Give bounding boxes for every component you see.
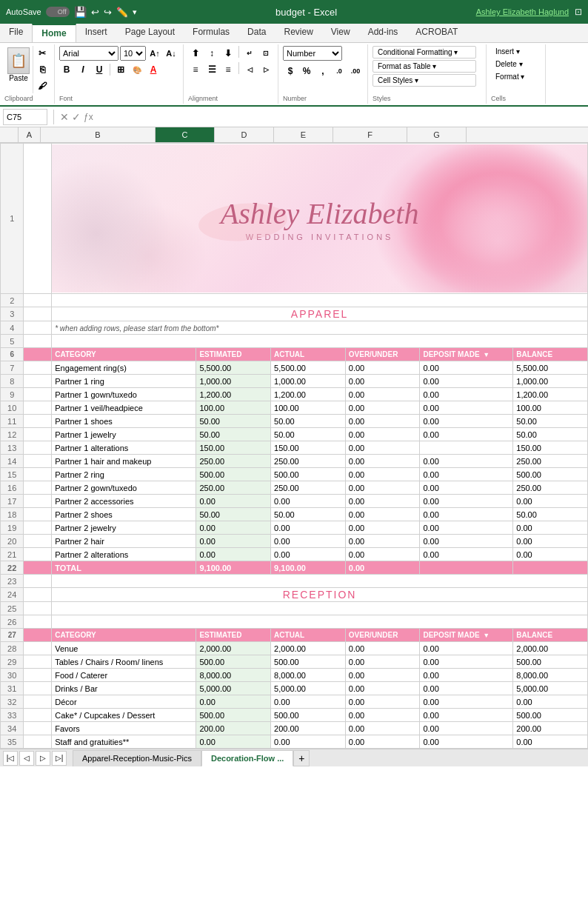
increase-font-button[interactable]: A↑	[147, 46, 162, 61]
paste-button[interactable]: 📋 Paste	[4, 46, 33, 93]
col-header-actual: ACTUAL	[271, 348, 346, 361]
tab-acrobat[interactable]: ACROBAT	[407, 24, 467, 42]
format-painter-button[interactable]: 🖌	[35, 78, 50, 93]
autosave-label: AutoSave	[6, 7, 41, 16]
cancel-formula-icon[interactable]: ✕	[60, 111, 69, 123]
italic-button[interactable]: I	[76, 62, 90, 77]
add-sheet-button[interactable]: +	[293, 750, 310, 766]
table-row: 12 Partner 1 jewelry 50.00 50.00 0.00 0.…	[1, 428, 588, 441]
autosave-toggle[interactable]: Off	[46, 7, 70, 17]
currency-button[interactable]: $	[283, 64, 298, 78]
table-row: 34 Favors 200.00 200.00 0.00 0.00 200.00	[1, 722, 588, 735]
cell-reference-input[interactable]	[3, 109, 47, 125]
align-middle-button[interactable]: ↕	[204, 46, 219, 61]
formula-input[interactable]	[96, 109, 585, 125]
table-row: 16 Partner 2 gown/tuxedo 250.00 250.00 0…	[1, 481, 588, 495]
number-label: Number	[283, 95, 307, 102]
signature-icon[interactable]: ✏️	[116, 7, 128, 18]
format-as-table-button[interactable]: Format as Table ▾	[372, 60, 476, 73]
comma-button[interactable]: ,	[315, 64, 330, 78]
table-row: 28 Venue 2,000.00 2,000.00 0.00 0.00 2,0…	[1, 642, 588, 655]
decrease-decimal-button[interactable]: .0	[332, 64, 347, 78]
insert-cells-button[interactable]: Insert ▾	[491, 46, 524, 57]
font-color-button[interactable]: A	[146, 62, 161, 77]
sheet-prev-button[interactable]: ◁	[19, 751, 34, 766]
confirm-formula-icon[interactable]: ✓	[72, 111, 81, 123]
col-header-d[interactable]: D	[215, 127, 274, 142]
col-header-c[interactable]: C	[156, 127, 215, 142]
reception-title-row: 24 RECEPTION	[1, 588, 588, 602]
font-group: Arial 10 A↑ A↓ B I U ⊞ 🎨 A Font	[55, 44, 184, 104]
decrease-indent-button[interactable]: ◁	[242, 62, 257, 77]
cut-button[interactable]: ✂	[35, 46, 50, 61]
paste-label: Paste	[9, 74, 28, 82]
apparel-note: * when adding rows, please start from th…	[55, 324, 218, 332]
col-header-deposit: DEPOSIT MADE ▼	[420, 348, 513, 361]
undo-icon[interactable]: ↩	[91, 7, 99, 18]
table-row: 11 Partner 1 shoes 50.00 50.00 0.00 0.00…	[1, 415, 588, 428]
tab-file[interactable]: File	[0, 24, 32, 42]
tab-addins[interactable]: Add-ins	[359, 24, 407, 42]
table-row: 9 Partner 1 gown/tuxedo 1,200.00 1,200.0…	[1, 388, 588, 401]
col-header-f[interactable]: F	[333, 127, 407, 142]
number-format-select[interactable]: Number	[283, 46, 342, 61]
title-bar: AutoSave Off 💾 ↩ ↪ ✏️ ▾ budget - Excel A…	[0, 0, 588, 24]
align-left-button[interactable]: ≡	[188, 62, 203, 77]
tab-review[interactable]: Review	[275, 24, 321, 42]
align-bottom-button[interactable]: ⬇	[221, 46, 235, 61]
document-title: budget - Excel	[137, 7, 476, 18]
font-name-select[interactable]: Arial	[59, 46, 118, 61]
align-top-button[interactable]: ⬆	[188, 46, 203, 61]
table-row: 23	[1, 575, 588, 588]
apparel-total-row: 22 TOTAL 9,100.00 9,100.00 0.00	[1, 561, 588, 575]
border-button[interactable]: ⊞	[113, 62, 128, 77]
spreadsheet-table: 1 Ashley Elizabeth WEDDING INVITA	[0, 143, 588, 749]
sheet-tab-decoration[interactable]: Decoration-Flow ...	[201, 750, 293, 766]
percent-button[interactable]: %	[299, 64, 314, 78]
col-header-a[interactable]: A	[19, 127, 41, 142]
format-cells-button[interactable]: Format ▾	[491, 71, 529, 82]
align-center-button[interactable]: ☰	[204, 62, 219, 77]
copy-button[interactable]: ⎘	[35, 62, 50, 77]
align-right-button[interactable]: ≡	[221, 62, 235, 77]
font-size-select[interactable]: 10	[120, 46, 146, 61]
window-restore-icon[interactable]: ⊡	[575, 7, 582, 17]
alignment-group: ⬆ ↕ ⬇ ↵ ⊡ ≡ ☰ ≡ ◁ ▷ Alignment	[184, 44, 278, 104]
decrease-font-button[interactable]: A↓	[164, 46, 178, 61]
sheet-tab-apparel[interactable]: Apparel-Reception-Music-Pics	[73, 750, 201, 766]
clipboard-group: 📋 Paste ✂ ⎘ 🖌 Clipboard	[0, 44, 55, 104]
conditional-formatting-button[interactable]: Conditional Formatting ▾	[372, 46, 476, 59]
insert-function-icon[interactable]: ƒx	[84, 112, 93, 122]
formula-bar-divider	[53, 110, 54, 124]
col-header-b[interactable]: B	[41, 127, 156, 142]
sheet-first-button[interactable]: |◁	[3, 751, 18, 766]
redo-icon[interactable]: ↪	[104, 7, 112, 18]
wrap-text-button[interactable]: ↵	[242, 46, 257, 61]
tab-view[interactable]: View	[322, 24, 359, 42]
sheet-tabs: |◁ ◁ ▷ ▷| Apparel-Reception-Music-Pics D…	[0, 749, 588, 766]
reception-col-over-under: OVER/UNDER	[345, 629, 420, 642]
increase-indent-button[interactable]: ▷	[258, 62, 273, 77]
merge-button[interactable]: ⊡	[258, 46, 273, 61]
cell-styles-button[interactable]: Cell Styles ▾	[372, 74, 476, 87]
tab-data[interactable]: Data	[238, 24, 275, 42]
col-header-g[interactable]: G	[407, 127, 467, 142]
header-script-text: Ashley Elizabeth	[221, 196, 419, 231]
fill-color-button[interactable]: 🎨	[130, 62, 144, 77]
underline-button[interactable]: U	[92, 62, 107, 77]
sheet-navigation: |◁ ◁ ▷ ▷|	[3, 751, 67, 766]
save-icon[interactable]: 💾	[74, 6, 87, 18]
table-row: 14 Partner 1 hair and makeup 250.00 250.…	[1, 455, 588, 468]
tab-formulas[interactable]: Formulas	[184, 24, 238, 42]
sheet-next-button[interactable]: ▷	[36, 751, 50, 766]
tab-home[interactable]: Home	[32, 24, 76, 42]
col-header-e[interactable]: E	[274, 127, 333, 142]
increase-decimal-button[interactable]: .00	[348, 64, 363, 78]
delete-cells-button[interactable]: Delete ▾	[491, 59, 527, 70]
bold-button[interactable]: B	[59, 62, 74, 77]
tab-insert[interactable]: Insert	[76, 24, 116, 42]
user-name[interactable]: Ashley Elizabeth Haglund	[476, 7, 569, 16]
sheet-last-button[interactable]: ▷|	[52, 751, 67, 766]
tab-page-layout[interactable]: Page Layout	[116, 24, 184, 42]
title-bar-left: AutoSave Off 💾 ↩ ↪ ✏️ ▾	[6, 6, 137, 18]
